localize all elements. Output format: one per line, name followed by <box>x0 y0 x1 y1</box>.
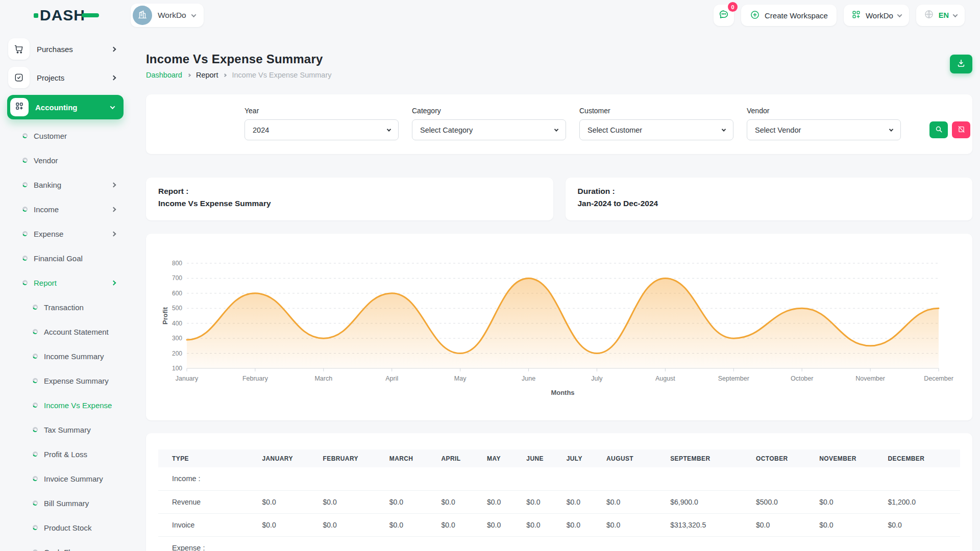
sidebar-item-label: Income Vs Expense <box>44 401 112 410</box>
svg-text:July: July <box>591 375 603 382</box>
sidebar-item-vendor[interactable]: Vendor <box>0 148 131 172</box>
sidebar-item-label: Tax Summary <box>44 425 91 434</box>
sidebar-item-tax-summary[interactable]: Tax Summary <box>0 417 131 442</box>
sidebar-item-income-vs-expense[interactable]: Income Vs Expense <box>0 393 131 417</box>
cell-value: $6,900.0 <box>670 490 756 513</box>
chevron-right-icon <box>111 280 116 285</box>
chevron-down-icon <box>191 12 196 17</box>
checkbox-icon <box>8 67 30 88</box>
dash-logo[interactable]: DASH <box>34 8 99 23</box>
chevron-right-icon <box>111 46 116 52</box>
breadcrumb-report[interactable]: Report <box>196 71 218 79</box>
customer-select[interactable]: Select Customer <box>579 119 733 140</box>
bullet-icon <box>22 182 28 187</box>
cell-value: $0.0 <box>567 513 606 536</box>
title-block: Income Vs Expense Summary Dashboard Repo… <box>146 52 332 79</box>
breadcrumb: Dashboard Report Income Vs Expense Summa… <box>146 71 332 79</box>
filter-label: Customer <box>579 107 733 115</box>
sidebar-item-expense[interactable]: Expense <box>0 221 131 246</box>
report-card-value: Income Vs Expense Summary <box>158 199 541 208</box>
sidebar-item-customer[interactable]: Customer <box>0 123 131 148</box>
duration-card-value: Jan-2024 to Dec-2024 <box>578 199 961 208</box>
row-type: Revenue <box>158 490 262 513</box>
download-button[interactable] <box>950 55 972 73</box>
sidebar-item-bill-summary[interactable]: Bill Summary <box>0 491 131 515</box>
chevron-right-icon <box>187 73 191 77</box>
sidebar-item-transaction[interactable]: Transaction <box>0 295 131 319</box>
column-header-august: AUGUST <box>606 449 670 467</box>
sidebar-item-income[interactable]: Income <box>0 197 131 221</box>
reset-filter-button[interactable] <box>952 121 970 138</box>
sidebar-item-label: Customer <box>34 132 67 140</box>
svg-text:February: February <box>242 375 268 382</box>
sidebar-item-invoice-summary[interactable]: Invoice Summary <box>0 466 131 491</box>
workspace-avatar <box>133 6 152 25</box>
apply-filter-button[interactable] <box>929 121 948 138</box>
column-header-january: JANUARY <box>262 449 323 467</box>
logo-text: DASH <box>40 8 85 23</box>
cell-value: $500.0 <box>756 490 819 513</box>
sidebar-item-accounting[interactable]: Accounting <box>7 95 124 119</box>
chevron-down-icon <box>554 127 558 131</box>
sidebar-items: CustomerVendorBankingIncomeExpenseFinanc… <box>0 123 131 551</box>
grid-icon <box>15 102 24 113</box>
bullet-icon <box>22 158 28 163</box>
sidebar-item-purchases[interactable]: Purchases <box>8 38 122 60</box>
create-workspace-button[interactable]: Create Workspace <box>741 5 837 26</box>
svg-text:300: 300 <box>172 335 182 342</box>
sidebar-item-expense-summary[interactable]: Expense Summary <box>0 368 131 393</box>
filter-field-customer: CustomerSelect Customer <box>579 107 733 140</box>
bullet-icon <box>22 207 28 212</box>
cell-value: $0.0 <box>441 513 487 536</box>
sidebar-item-financial-goal[interactable]: Financial Goal <box>0 246 131 270</box>
sidebar-item-label: Income Summary <box>44 352 104 361</box>
breadcrumb-dashboard[interactable]: Dashboard <box>146 71 182 79</box>
sidebar-item-income-summary[interactable]: Income Summary <box>0 344 131 368</box>
sidebar-item-label: Report <box>34 279 57 287</box>
table-group-label: Income : <box>158 467 960 490</box>
bullet-icon <box>33 403 38 408</box>
bullet-icon <box>33 378 38 383</box>
sidebar-item-projects[interactable]: Projects <box>8 66 122 89</box>
sidebar-item-label: Account Statement <box>44 328 109 336</box>
vendor-select[interactable]: Select Vendor <box>747 119 901 140</box>
filter-fields: Year2024CategorySelect CategoryCustomerS… <box>244 107 901 140</box>
workspace-switcher[interactable]: WorkDo <box>131 4 204 27</box>
cell-value: $0.0 <box>526 513 566 536</box>
bullet-icon <box>33 427 38 432</box>
sidebar-item-report[interactable]: Report <box>0 270 131 295</box>
sidebar-item-label: Vendor <box>34 156 58 165</box>
column-header-april: APRIL <box>441 449 487 467</box>
svg-text:500: 500 <box>172 305 182 312</box>
sidebar-item-profit-loss[interactable]: Profit & Loss <box>0 442 131 466</box>
cell-value: $0.0 <box>756 513 819 536</box>
chart-card: 100200300400500600700800JanuaryFebruaryM… <box>146 234 972 420</box>
column-header-october: OCTOBER <box>756 449 819 467</box>
svg-text:January: January <box>176 375 199 382</box>
filter-label: Year <box>244 107 399 115</box>
year-select[interactable]: 2024 <box>244 119 399 140</box>
svg-text:Profit: Profit <box>161 307 169 324</box>
cell-value: $0.0 <box>606 513 670 536</box>
category-select[interactable]: Select Category <box>412 119 566 140</box>
sidebar-item-cash-flow[interactable]: Cash Flow <box>0 540 131 551</box>
building-icon <box>137 9 148 22</box>
sidebar-item-account-statement[interactable]: Account Statement <box>0 319 131 344</box>
workdo-menu-button[interactable]: WorkDo <box>844 5 909 26</box>
workdo-menu-label: WorkDo <box>866 11 893 20</box>
sidebar-item-banking[interactable]: Banking <box>0 172 131 197</box>
language-selector[interactable]: EN <box>916 5 965 26</box>
duration-card: Duration : Jan-2024 to Dec-2024 <box>566 178 973 220</box>
column-header-september: SEPTEMBER <box>670 449 756 467</box>
sidebar-item-label: Invoice Summary <box>44 474 103 483</box>
sidebar-item-label: Expense <box>34 230 63 238</box>
sidebar-item-product-stock[interactable]: Product Stock <box>0 515 131 540</box>
messages-button[interactable]: 0 <box>714 5 734 26</box>
svg-text:October: October <box>791 375 813 382</box>
select-value: Select Vendor <box>755 126 801 134</box>
sidebar-item-label: Profit & Loss <box>44 450 87 459</box>
cell-value: $0.0 <box>262 490 323 513</box>
bullet-icon <box>33 329 38 334</box>
report-card-title: Report : <box>158 187 541 196</box>
bullet-icon <box>33 500 38 506</box>
